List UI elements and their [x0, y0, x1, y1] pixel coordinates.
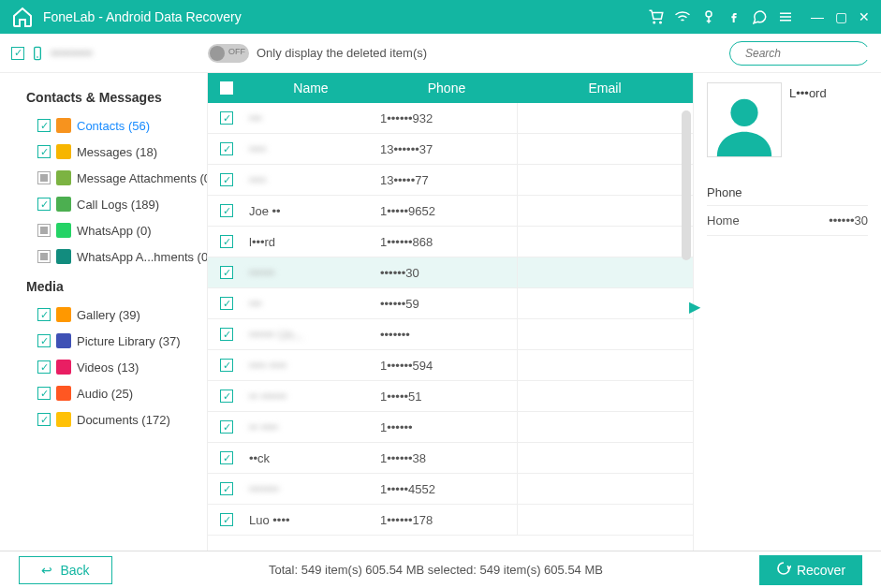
- cell-phone: 1••••••38: [376, 451, 517, 465]
- sidebar-item[interactable]: ✓Call Logs (189): [17, 191, 207, 217]
- table-row[interactable]: ✓Luo ••••1••••••178: [208, 505, 693, 536]
- cell-email: [517, 319, 693, 349]
- row-checkbox[interactable]: ✓: [220, 173, 233, 186]
- category-icon: [56, 170, 71, 185]
- table-row[interactable]: ✓Joe ••1•••••9652: [208, 196, 693, 227]
- checkbox[interactable]: ✓: [37, 413, 51, 426]
- cell-phone: ••••••59: [376, 297, 517, 311]
- cell-phone: 1••••••932: [376, 111, 517, 125]
- select-all-checkbox[interactable]: ✓: [220, 81, 233, 95]
- checkbox[interactable]: ✓: [37, 360, 51, 374]
- cell-email: [517, 474, 693, 504]
- table-row[interactable]: ✓•••1••••••932: [208, 103, 693, 134]
- row-checkbox[interactable]: ✓: [220, 513, 233, 526]
- checkbox[interactable]: [37, 171, 51, 184]
- sidebar-item[interactable]: ✓Picture Library (37): [17, 328, 207, 354]
- sidebar-group-contacts: Contacts & Messages: [26, 90, 198, 105]
- search-input[interactable]: [745, 47, 881, 60]
- table-body[interactable]: ✓•••1••••••932✓••••13••••••37✓••••13••••…: [208, 103, 693, 551]
- checkbox[interactable]: [37, 224, 51, 237]
- cell-phone: 1•••••4552: [376, 482, 517, 496]
- cart-icon[interactable]: [648, 8, 665, 25]
- checkbox[interactable]: ✓: [37, 198, 51, 211]
- recover-button[interactable]: Recover: [759, 555, 862, 585]
- facebook-icon[interactable]: [727, 9, 742, 24]
- row-checkbox[interactable]: ✓: [220, 451, 233, 464]
- table-row[interactable]: ✓•• ••••1••••••: [208, 412, 693, 443]
- sidebar-item[interactable]: Message Attachments (0): [17, 165, 207, 191]
- svg-point-7: [730, 99, 757, 126]
- back-button[interactable]: ↩ Back: [19, 556, 112, 584]
- cell-email: [517, 134, 693, 164]
- category-icon: [56, 197, 71, 212]
- col-name[interactable]: Name: [245, 81, 376, 96]
- checkbox[interactable]: ✓: [37, 334, 51, 347]
- sidebar-item[interactable]: WhatsApp A...hments (0): [17, 243, 207, 270]
- sidebar-item[interactable]: ✓Documents (172): [17, 406, 207, 433]
- category-icon: [56, 333, 71, 348]
- checkbox[interactable]: ✓: [37, 308, 51, 321]
- cell-email: [517, 350, 693, 380]
- table-row[interactable]: ✓l•••rd1••••••868: [208, 227, 693, 257]
- close-icon[interactable]: ✕: [859, 9, 870, 24]
- detail-panel: L•••ord Phone Home ••••••30: [694, 73, 881, 551]
- category-icon: [56, 307, 71, 322]
- sidebar-item[interactable]: WhatsApp (0): [17, 217, 207, 243]
- checkbox[interactable]: ✓: [37, 119, 51, 132]
- avatar: [707, 82, 782, 157]
- row-checkbox[interactable]: ✓: [220, 420, 233, 434]
- search-box[interactable]: [729, 41, 870, 66]
- maximize-icon[interactable]: ▢: [835, 9, 847, 24]
- row-checkbox[interactable]: ✓: [220, 204, 233, 217]
- col-email[interactable]: Email: [517, 81, 693, 96]
- row-checkbox[interactable]: ✓: [220, 390, 233, 403]
- phone-type: Home: [707, 213, 740, 228]
- cell-email: [517, 227, 693, 257]
- row-checkbox[interactable]: ✓: [220, 266, 233, 279]
- row-checkbox[interactable]: ✓: [220, 235, 233, 248]
- svg-point-2: [706, 11, 712, 17]
- table-row[interactable]: ✓•••• ••••1••••••594: [208, 350, 693, 381]
- device-selector[interactable]: ✓ ••••••••: [11, 45, 198, 62]
- table-row[interactable]: ✓••ck1••••••38: [208, 443, 693, 474]
- cell-name: ••ck: [245, 451, 376, 465]
- home-icon[interactable]: [11, 6, 34, 28]
- row-checkbox[interactable]: ✓: [220, 359, 233, 372]
- sidebar-item[interactable]: ✓Audio (25): [17, 380, 207, 406]
- expand-detail-icon[interactable]: ▶: [689, 298, 700, 316]
- checkbox[interactable]: [37, 250, 51, 263]
- table-row[interactable]: ✓•• ••••••1•••••51: [208, 381, 693, 412]
- toggle-label: Only display the deleted item(s): [257, 46, 427, 60]
- sidebar-item-label: Gallery (39): [77, 308, 140, 322]
- feedback-icon[interactable]: [751, 8, 768, 25]
- sidebar-item[interactable]: ✓Messages (18): [17, 139, 207, 165]
- sidebar-item[interactable]: ✓Gallery (39): [17, 301, 207, 328]
- sidebar-item[interactable]: ✓Videos (13): [17, 354, 207, 380]
- row-checkbox[interactable]: ✓: [220, 328, 233, 341]
- sidebar-item[interactable]: ✓Contacts (56): [17, 112, 207, 139]
- table-row[interactable]: ✓•••••••••59: [208, 288, 693, 319]
- key-icon[interactable]: [700, 8, 717, 25]
- checkbox[interactable]: ✓: [37, 145, 51, 158]
- contacts-table: ✓ Name Phone Email ✓•••1••••••932✓••••13…: [208, 73, 694, 551]
- wifi-icon[interactable]: [674, 8, 691, 25]
- menu-icon[interactable]: [777, 8, 794, 25]
- row-checkbox[interactable]: ✓: [220, 142, 233, 155]
- table-row[interactable]: ✓•••••• Un...•••••••: [208, 319, 693, 350]
- row-checkbox[interactable]: ✓: [220, 297, 233, 310]
- scrollbar[interactable]: [682, 110, 691, 260]
- row-checkbox[interactable]: ✓: [220, 111, 233, 125]
- table-row[interactable]: ✓•••••••1•••••4552: [208, 474, 693, 505]
- device-checkbox[interactable]: ✓: [11, 47, 24, 60]
- col-phone[interactable]: Phone: [376, 81, 517, 96]
- cell-name: •••: [245, 111, 376, 125]
- table-row[interactable]: ✓••••13••••••37: [208, 134, 693, 165]
- table-row[interactable]: ✓••••••••••••30: [208, 257, 693, 288]
- minimize-icon[interactable]: —: [811, 9, 824, 24]
- deleted-toggle[interactable]: OFF: [208, 44, 249, 63]
- cell-name: •• ••••: [245, 420, 376, 434]
- app-title: FoneLab - Android Data Recovery: [43, 9, 648, 24]
- row-checkbox[interactable]: ✓: [220, 482, 233, 495]
- table-row[interactable]: ✓••••13•••••77: [208, 165, 693, 196]
- checkbox[interactable]: ✓: [37, 387, 51, 400]
